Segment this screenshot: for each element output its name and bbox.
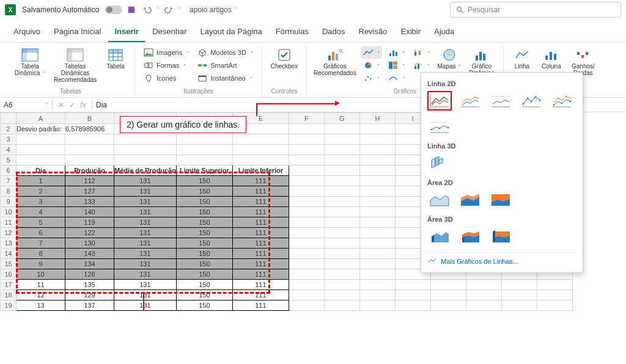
redo-icon[interactable]	[162, 3, 175, 16]
cell-r8-c4[interactable]: 111	[232, 186, 289, 197]
cell-A2[interactable]: Desvio padrão:	[17, 124, 65, 134]
cell-r19-c0[interactable]: 13	[17, 300, 65, 311]
cell-r10-c3[interactable]: 150	[176, 207, 232, 217]
chart-option-area[interactable]	[427, 190, 452, 209]
select-all-cell[interactable]	[1, 113, 17, 124]
cell-r18-c1[interactable]: 129	[65, 290, 114, 300]
cell-r8-c3[interactable]: 150	[176, 186, 232, 197]
smartart-button[interactable]: SmartArt	[195, 59, 256, 71]
chart-option-100stacked-line[interactable]	[488, 91, 513, 111]
row-header-5[interactable]: 5	[1, 155, 17, 166]
cell-r14-c1[interactable]: 143	[65, 249, 114, 259]
more-line-charts-link[interactable]: Mais Gráficos de Linhas...	[427, 252, 576, 266]
cell-r18-c4[interactable]: 111	[232, 290, 289, 300]
row-header-4[interactable]: 4	[1, 145, 17, 155]
chart-option-stacked-line[interactable]	[458, 91, 482, 111]
col-header-A[interactable]: A	[17, 113, 65, 124]
cell-r17-c3[interactable]: 150	[176, 280, 232, 290]
cell-r11-c4[interactable]: 111	[232, 217, 289, 228]
cell-r9-c3[interactable]: 150	[176, 197, 232, 207]
cell-r12-c1[interactable]: 122	[65, 228, 114, 238]
chart-option-3d-100stacked-area[interactable]	[488, 227, 513, 246]
cell-r13-c0[interactable]: 7	[17, 238, 65, 249]
cell-r11-c1[interactable]: 119	[65, 217, 114, 228]
row-header-2[interactable]: 2	[1, 124, 17, 134]
col-header-B[interactable]: B	[65, 113, 114, 124]
table-button[interactable]: Tabela	[103, 46, 128, 71]
cell-r14-c4[interactable]: 111	[232, 249, 289, 259]
cell-r9-c1[interactable]: 133	[65, 197, 114, 207]
imagens-button[interactable]: Imagens	[141, 46, 191, 59]
cell-r19-c3[interactable]: 150	[176, 300, 232, 311]
cell-r16-c0[interactable]: 10	[17, 269, 65, 280]
recommended-pivot-button[interactable]: Tabelas Dinâmicas Recomendadas	[51, 46, 99, 85]
table-header-2[interactable]: Média de Produção	[114, 166, 177, 176]
cell-r14-c3[interactable]: 150	[176, 249, 232, 259]
tab-inserir[interactable]: Inserir	[108, 24, 145, 42]
row-header-19[interactable]: 19	[1, 300, 17, 311]
cell-r18-c3[interactable]: 150	[176, 290, 232, 300]
chart-option-3d-area[interactable]	[427, 227, 452, 246]
chart-option-stacked-line-markers[interactable]	[550, 91, 574, 111]
cell-r15-c2[interactable]: 131	[114, 259, 177, 269]
cell-r15-c1[interactable]: 134	[65, 259, 114, 269]
tab-arquivo[interactable]: Arquivo	[7, 24, 46, 42]
tab-layout-da-página[interactable]: Layout da Página	[194, 24, 268, 42]
table-header-0[interactable]: Dia	[17, 166, 65, 176]
cell-r10-c4[interactable]: 111	[232, 207, 289, 217]
cell-r7-c2[interactable]: 131	[114, 176, 177, 186]
cell-r10-c2[interactable]: 131	[114, 207, 177, 217]
cell-r19-c4[interactable]: 111	[232, 300, 289, 311]
row-header-18[interactable]: 18	[1, 290, 17, 300]
sparkline-line-button[interactable]: Linha	[510, 46, 534, 71]
row-header-15[interactable]: 15	[1, 259, 17, 269]
cell-r15-c0[interactable]: 9	[17, 259, 65, 269]
row-header-12[interactable]: 12	[1, 228, 17, 238]
cell-r13-c1[interactable]: 130	[65, 238, 114, 249]
col-header-G[interactable]: G	[324, 113, 359, 124]
tab-página-inicial[interactable]: Página Inicial	[48, 24, 107, 42]
sparkline-column-button[interactable]: Coluna	[538, 46, 565, 71]
cell-r17-c4[interactable]: 111	[232, 280, 289, 290]
cell-r14-c2[interactable]: 131	[114, 249, 177, 259]
cell-r16-c1[interactable]: 128	[65, 269, 114, 280]
autosave-toggle[interactable]	[105, 5, 122, 14]
col-header-F[interactable]: F	[289, 113, 324, 124]
fx-icon[interactable]: fx	[78, 101, 88, 109]
cell-r7-c4[interactable]: 111	[232, 176, 289, 186]
cell-r12-c0[interactable]: 6	[17, 228, 65, 238]
chart-surface-dropdown[interactable]	[386, 72, 407, 84]
chart-option-stacked-area[interactable]	[458, 190, 482, 209]
table-header-1[interactable]: Produção	[65, 166, 114, 176]
cell-r17-c1[interactable]: 135	[65, 280, 114, 290]
document-name[interactable]: apoio artigos˅	[190, 5, 237, 14]
tab-revisão[interactable]: Revisão	[353, 24, 394, 42]
chart-stat-dropdown[interactable]	[411, 46, 432, 59]
tab-exibir[interactable]: Exibir	[394, 24, 427, 42]
cell-r9-c2[interactable]: 131	[114, 197, 177, 207]
chart-option-line-markers[interactable]	[519, 91, 543, 111]
chart-option-line[interactable]	[427, 91, 452, 111]
pivot-table-button[interactable]: Tabela Dinâmica	[12, 46, 48, 79]
cell-r16-c4[interactable]: 111	[232, 269, 289, 280]
col-header-H[interactable]: H	[359, 113, 395, 124]
row-header-13[interactable]: 13	[1, 238, 17, 249]
cell-r19-c2[interactable]: 131	[114, 300, 177, 311]
chart-scatter-dropdown[interactable]	[361, 72, 382, 84]
row-header-9[interactable]: 9	[1, 197, 17, 207]
chart-option-3d-line[interactable]	[427, 153, 452, 173]
tab-desenhar[interactable]: Desenhar	[146, 24, 193, 42]
row-header-11[interactable]: 11	[1, 217, 17, 228]
cell-r13-c4[interactable]: 111	[232, 238, 289, 249]
row-header-3[interactable]: 3	[1, 134, 17, 145]
search-input[interactable]: Pesquisar	[450, 2, 621, 18]
icones-button[interactable]: Ícones	[141, 72, 191, 84]
cell-r17-c2[interactable]: 131	[114, 280, 177, 290]
recommended-charts-button[interactable]: Gráficos Recomendados	[313, 46, 357, 78]
cell-r7-c0[interactable]: 1	[17, 176, 65, 186]
cell-r15-c4[interactable]: 111	[232, 259, 289, 269]
formas-button[interactable]: Formas	[141, 59, 191, 71]
row-header-10[interactable]: 10	[1, 207, 17, 217]
cell-r18-c0[interactable]: 12	[17, 290, 65, 300]
cell-r10-c0[interactable]: 4	[17, 207, 65, 217]
